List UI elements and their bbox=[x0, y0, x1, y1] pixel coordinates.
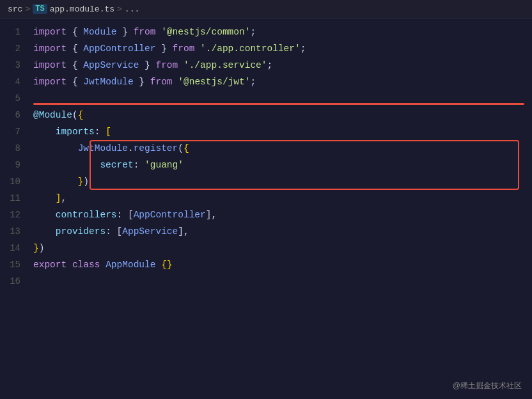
code-line: 16 bbox=[0, 273, 532, 290]
code-line: 7 imports: [ bbox=[0, 123, 532, 140]
line-number: 13 bbox=[0, 223, 31, 240]
line-number: 6 bbox=[0, 107, 31, 123]
line-content: import { AppService } from './app.servic… bbox=[31, 57, 532, 74]
code-line: 8 JwtModule.register({ bbox=[0, 140, 532, 157]
line-number: 7 bbox=[0, 123, 31, 140]
code-line: 13 providers: [AppService], bbox=[0, 223, 532, 240]
line-number: 14 bbox=[0, 240, 31, 256]
line-number: 5 bbox=[0, 90, 31, 107]
line-number: 10 bbox=[0, 173, 31, 190]
line-content: import { Module } from '@nestjs/common'; bbox=[31, 24, 532, 40]
line-content: secret: 'guang' bbox=[31, 157, 532, 173]
code-line: 15export class AppModule {} bbox=[0, 256, 532, 273]
breadcrumb-sep2: > bbox=[117, 4, 122, 14]
code-line: 1import { Module } from '@nestjs/common'… bbox=[0, 24, 532, 40]
error-underline bbox=[33, 103, 524, 105]
watermark: @稀土掘金技术社区 bbox=[453, 380, 522, 391]
code-line: 2import { AppController } from './app.co… bbox=[0, 40, 532, 57]
line-content: }) bbox=[31, 240, 532, 256]
code-line: 4import { JwtModule } from '@nestjs/jwt'… bbox=[0, 74, 532, 90]
code-line: 5 bbox=[0, 90, 532, 107]
code-line: 3import { AppService } from './app.servi… bbox=[0, 57, 532, 74]
code-line: 14}) bbox=[0, 240, 532, 256]
code-area: 1import { Module } from '@nestjs/common'… bbox=[0, 19, 532, 399]
line-content: ], bbox=[31, 190, 532, 207]
breadcrumb-filename: app.module.ts bbox=[50, 4, 114, 14]
line-content bbox=[31, 273, 532, 290]
line-content: }) bbox=[31, 173, 532, 190]
line-number: 8 bbox=[0, 140, 31, 157]
line-content: controllers: [AppController], bbox=[31, 207, 532, 223]
code-line: 12 controllers: [AppController], bbox=[0, 207, 532, 223]
breadcrumb-ts-badge: TS bbox=[33, 4, 47, 14]
line-content: import { JwtModule } from '@nestjs/jwt'; bbox=[31, 74, 532, 90]
line-content: JwtModule.register({ bbox=[31, 140, 532, 157]
breadcrumb-sep1: > bbox=[25, 4, 30, 14]
breadcrumb: src > TS app.module.ts > ... bbox=[0, 0, 532, 19]
line-content: @Module({ bbox=[31, 107, 532, 123]
line-number: 12 bbox=[0, 207, 31, 223]
code-line: 10 }) bbox=[0, 173, 532, 190]
line-content: providers: [AppService], bbox=[31, 223, 532, 240]
editor-container: src > TS app.module.ts > ... 1import { M… bbox=[0, 0, 532, 399]
line-number: 15 bbox=[0, 256, 31, 273]
line-number: 3 bbox=[0, 57, 31, 74]
line-number: 9 bbox=[0, 157, 31, 173]
code-line: 11 ], bbox=[0, 190, 532, 207]
line-number: 2 bbox=[0, 40, 31, 57]
line-content: import { AppController } from './app.con… bbox=[31, 40, 532, 57]
code-line: 9 secret: 'guang' bbox=[0, 157, 532, 173]
line-number: 1 bbox=[0, 24, 31, 40]
line-content: imports: [ bbox=[31, 123, 532, 140]
code-line: 6@Module({ bbox=[0, 107, 532, 123]
breadcrumb-dots: ... bbox=[125, 4, 139, 14]
line-content: export class AppModule {} bbox=[31, 256, 532, 273]
breadcrumb-src: src bbox=[8, 4, 22, 14]
line-number: 4 bbox=[0, 74, 31, 90]
line-number: 16 bbox=[0, 273, 31, 290]
line-number: 11 bbox=[0, 190, 31, 207]
